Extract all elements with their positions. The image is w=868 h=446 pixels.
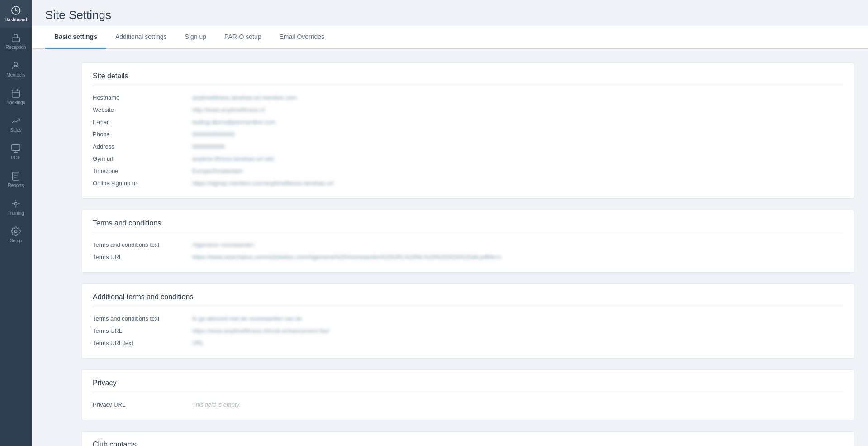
additional-terms-section: Additional terms and conditions Terms an… <box>81 283 854 359</box>
field-value-terms-text: Algemene voorwaarden <box>192 241 843 248</box>
sidebar-item-reports[interactable]: Reports <box>0 166 32 193</box>
sidebar-item-dashboard[interactable]: Dashboard <box>0 0 32 28</box>
bookings-icon <box>11 88 21 98</box>
page-title: Site Settings <box>45 8 854 22</box>
field-value-gym-url: anytime-fitness-lanahas-url-site <box>192 155 843 162</box>
field-label-privacy-url: Privacy URL <box>93 401 192 408</box>
main-area: Site Settings Basic settings Additional … <box>32 0 868 446</box>
field-phone: Phone 0000000000000 <box>93 128 843 140</box>
club-contacts-section: Club contacts Alex Brown admin info@anyt… <box>81 431 854 446</box>
sidebar-label-pos: POS <box>11 155 20 160</box>
field-value-website: http://www.anytimefitness.nl <box>192 106 843 113</box>
field-value-terms-url: https://www.searchplus.com/clubdoktor.co… <box>192 254 843 260</box>
field-label-hostname: Hostname <box>93 94 192 101</box>
sidebar-item-training[interactable]: Training <box>0 193 32 221</box>
field-terms-url: Terms URL https://www.searchplus.com/clu… <box>93 251 843 263</box>
svg-point-7 <box>14 230 17 233</box>
field-label-phone: Phone <box>93 131 192 138</box>
field-value-add-terms-url: https://www.anytimefitness.nl/club-enhan… <box>192 327 843 334</box>
field-value-privacy-url: This field is empty. <box>192 401 843 408</box>
site-details-title: Site details <box>93 72 843 85</box>
field-website: Website http://www.anytimefitness.nl <box>93 104 843 116</box>
field-terms-text: Terms and conditions text Algemene voorw… <box>93 239 843 251</box>
tab-additional-settings[interactable]: Additional settings <box>106 26 176 49</box>
sidebar-item-sales[interactable]: Sales <box>0 110 32 138</box>
members-icon <box>11 61 21 71</box>
field-value-email: testing-demo@joinmembre.com <box>192 119 843 125</box>
privacy-section: Privacy Privacy URL This field is empty. <box>81 369 854 420</box>
sidebar-item-setup[interactable]: Setup <box>0 221 32 249</box>
tabs-bar: Basic settings Additional settings Sign … <box>32 26 868 49</box>
sidebar-label-reception: Reception <box>5 45 26 50</box>
field-add-terms-url: Terms URL https://www.anytimefitness.nl/… <box>93 325 843 337</box>
reports-icon <box>11 171 21 181</box>
field-value-add-terms-url-text: URL <box>192 340 843 346</box>
field-label-add-terms-url-text: Terms URL text <box>93 340 192 346</box>
club-contacts-title: Club contacts <box>93 441 843 446</box>
field-hostname: Hostname anytimefitness.lanahas-url.memb… <box>93 91 843 104</box>
sidebar-label-bookings: Bookings <box>6 100 25 105</box>
field-email: E-mail testing-demo@joinmembre.com <box>93 116 843 128</box>
tab-parq-setup[interactable]: PAR-Q setup <box>215 26 270 49</box>
sidebar-item-reception[interactable]: Reception <box>0 28 32 55</box>
field-label-terms-url: Terms URL <box>93 254 192 260</box>
page-title-bar: Site Settings <box>32 0 868 22</box>
additional-terms-title: Additional terms and conditions <box>93 293 843 306</box>
field-value-add-terms-text: Ik ga akkoord met de voorwaarden van de <box>192 315 843 322</box>
field-label-timezone: Timezone <box>93 168 192 174</box>
sidebar-item-pos[interactable]: POS <box>0 138 32 166</box>
dashboard-icon <box>11 5 21 15</box>
content-area: Site details Hostname anytimefitness.lan… <box>32 49 868 446</box>
svg-point-6 <box>14 202 17 205</box>
field-timezone: Timezone Europe/Amsterdam <box>93 165 843 177</box>
sidebar-label-training: Training <box>8 211 24 216</box>
svg-rect-1 <box>12 38 20 42</box>
field-label-online-signup-url: Online sign up url <box>93 180 192 187</box>
sidebar-label-members: Members <box>6 72 25 77</box>
field-label-address: Address <box>93 143 192 150</box>
site-details-section: Site details Hostname anytimefitness.lan… <box>81 62 854 199</box>
sales-icon <box>11 116 21 126</box>
sidebar-label-sales: Sales <box>10 128 21 133</box>
tab-basic-settings[interactable]: Basic settings <box>45 26 106 49</box>
sidebar: Dashboard Reception Members Bookings Sal… <box>0 0 32 446</box>
field-address: Address 0000000000 <box>93 140 843 153</box>
reception-icon <box>11 33 21 43</box>
field-label-terms-text: Terms and conditions text <box>93 241 192 248</box>
field-label-add-terms-url: Terms URL <box>93 327 192 334</box>
field-add-terms-text: Terms and conditions text Ik ga akkoord … <box>93 312 843 325</box>
setup-icon <box>11 226 21 236</box>
sidebar-item-bookings[interactable]: Bookings <box>0 83 32 110</box>
field-online-signup-url: Online sign up url https://signup.membre… <box>93 177 843 189</box>
field-value-timezone: Europe/Amsterdam <box>192 168 843 174</box>
terms-conditions-section: Terms and conditions Terms and condition… <box>81 210 854 273</box>
field-label-gym-url: Gym url <box>93 155 192 162</box>
field-label-add-terms-text: Terms and conditions text <box>93 315 192 322</box>
field-gym-url: Gym url anytime-fitness-lanahas-url-site <box>93 153 843 165</box>
svg-point-2 <box>14 62 17 66</box>
sidebar-item-members[interactable]: Members <box>0 55 32 83</box>
terms-conditions-title: Terms and conditions <box>93 219 843 232</box>
sidebar-label-setup: Setup <box>10 238 22 243</box>
pos-icon <box>11 144 21 153</box>
svg-rect-4 <box>12 145 20 151</box>
field-value-online-signup-url: https://signup.membre.com/anytimefitness… <box>192 180 843 187</box>
sidebar-label-dashboard: Dashboard <box>5 17 27 22</box>
field-label-email: E-mail <box>93 119 192 125</box>
svg-rect-3 <box>12 90 20 98</box>
field-label-website: Website <box>93 106 192 113</box>
tab-sign-up[interactable]: Sign up <box>176 26 215 49</box>
field-value-address: 0000000000 <box>192 143 843 150</box>
field-privacy-url: Privacy URL This field is empty. <box>93 398 843 411</box>
tab-email-overrides[interactable]: Email Overrides <box>270 26 334 49</box>
sidebar-label-reports: Reports <box>8 183 24 188</box>
training-icon <box>11 199 21 209</box>
field-value-phone: 0000000000000 <box>192 131 843 138</box>
field-add-terms-url-text: Terms URL text URL <box>93 337 843 349</box>
svg-rect-5 <box>13 172 19 180</box>
privacy-title: Privacy <box>93 379 843 392</box>
field-value-hostname: anytimefitness.lanahas-url.membre.com <box>192 94 843 101</box>
